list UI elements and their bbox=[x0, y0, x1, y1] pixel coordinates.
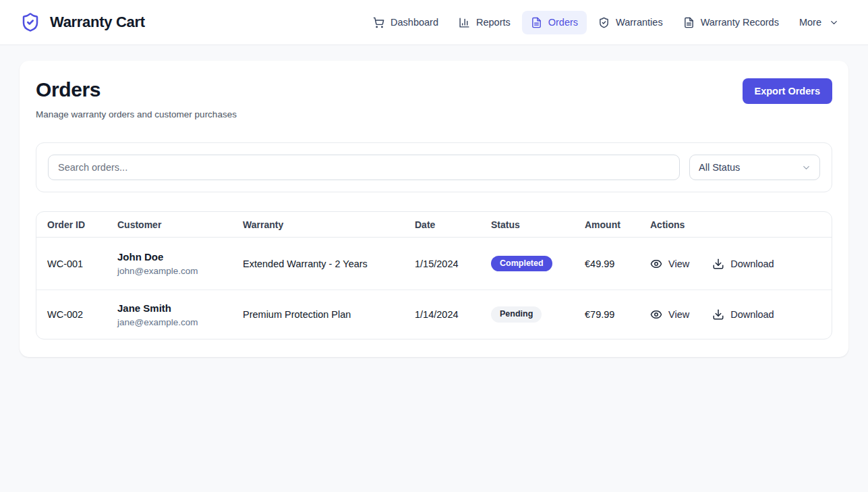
export-orders-button[interactable]: Export Orders bbox=[743, 78, 833, 104]
status-badge: Pending bbox=[491, 306, 542, 323]
shield-check-icon bbox=[598, 17, 610, 28]
main-content: Orders Manage warranty orders and custom… bbox=[0, 45, 868, 373]
chevron-down-icon bbox=[801, 163, 811, 173]
customer-email: john@example.com bbox=[117, 266, 243, 276]
top-navbar: Warranty Cart Dashboard Reports bbox=[0, 0, 868, 45]
column-header-order-id: Order ID bbox=[47, 219, 117, 230]
nav-label: More bbox=[799, 17, 821, 28]
nav-item-warranties[interactable]: Warranties bbox=[589, 11, 672, 34]
nav-item-orders[interactable]: Orders bbox=[522, 11, 587, 34]
status-cell: Completed bbox=[491, 256, 585, 272]
column-header-customer: Customer bbox=[117, 219, 243, 230]
status-badge: Completed bbox=[491, 256, 552, 272]
search-input[interactable] bbox=[48, 155, 680, 180]
brand[interactable]: Warranty Cart bbox=[20, 12, 145, 32]
actions-cell: View Download bbox=[650, 258, 821, 270]
orders-card: Orders Manage warranty orders and custom… bbox=[20, 61, 848, 357]
warranty-cell: Extended Warranty - 2 Years bbox=[243, 258, 415, 269]
view-label: View bbox=[668, 309, 689, 320]
nav-item-warranty-records[interactable]: Warranty Records bbox=[674, 11, 788, 34]
shield-check-icon bbox=[20, 12, 40, 32]
column-header-amount: Amount bbox=[585, 219, 650, 230]
download-icon bbox=[712, 258, 724, 270]
download-label: Download bbox=[730, 258, 774, 269]
nav-label: Reports bbox=[476, 17, 511, 28]
main-nav: Dashboard Reports Orders bbox=[364, 11, 848, 34]
actions-cell: View Download bbox=[650, 308, 821, 321]
customer-cell: Jane Smith jane@example.com bbox=[117, 302, 243, 327]
amount-cell: €49.99 bbox=[585, 258, 650, 269]
order-id-cell: WC-002 bbox=[47, 309, 117, 320]
page-title-block: Orders Manage warranty orders and custom… bbox=[36, 78, 237, 119]
nav-label: Orders bbox=[548, 17, 578, 28]
order-id-cell: WC-001 bbox=[47, 258, 117, 269]
nav-item-more[interactable]: More bbox=[790, 11, 848, 34]
view-label: View bbox=[668, 258, 689, 269]
table-header-row: Order ID Customer Warranty Date Status A… bbox=[36, 212, 832, 238]
download-icon bbox=[712, 308, 724, 321]
filters-bar: All Status bbox=[36, 142, 832, 192]
shopping-cart-icon bbox=[373, 17, 384, 28]
status-cell: Pending bbox=[491, 306, 585, 323]
warranty-cell: Premium Protection Plan bbox=[243, 309, 415, 320]
download-button[interactable]: Download bbox=[712, 308, 774, 321]
page-subtitle: Manage warranty orders and customer purc… bbox=[36, 109, 237, 119]
file-text-icon bbox=[683, 17, 695, 28]
date-cell: 1/14/2024 bbox=[415, 309, 491, 320]
page-title: Orders bbox=[36, 78, 237, 101]
column-header-date: Date bbox=[415, 219, 491, 230]
table-row: WC-002 Jane Smith jane@example.com Premi… bbox=[36, 290, 832, 339]
column-header-warranty: Warranty bbox=[243, 219, 415, 230]
eye-icon bbox=[650, 308, 662, 321]
status-filter-value: All Status bbox=[699, 162, 740, 173]
column-header-status: Status bbox=[491, 219, 585, 230]
view-button[interactable]: View bbox=[650, 308, 689, 321]
brand-title: Warranty Cart bbox=[50, 13, 145, 31]
eye-icon bbox=[650, 258, 662, 270]
download-button[interactable]: Download bbox=[712, 258, 774, 270]
column-header-actions: Actions bbox=[650, 219, 821, 230]
date-cell: 1/15/2024 bbox=[415, 258, 491, 269]
file-text-icon bbox=[531, 17, 542, 28]
chevron-down-icon bbox=[829, 18, 839, 28]
table-row: WC-001 John Doe john@example.com Extende… bbox=[36, 238, 832, 290]
customer-email: jane@example.com bbox=[117, 317, 243, 327]
nav-label: Warranties bbox=[616, 17, 663, 28]
customer-cell: John Doe john@example.com bbox=[117, 251, 243, 276]
nav-item-reports[interactable]: Reports bbox=[450, 11, 519, 34]
page-header: Orders Manage warranty orders and custom… bbox=[36, 78, 832, 119]
bar-chart-icon bbox=[459, 17, 470, 28]
view-button[interactable]: View bbox=[650, 258, 689, 270]
nav-label: Warranty Records bbox=[701, 17, 779, 28]
nav-item-dashboard[interactable]: Dashboard bbox=[364, 11, 447, 34]
orders-table: Order ID Customer Warranty Date Status A… bbox=[36, 211, 832, 339]
nav-label: Dashboard bbox=[390, 17, 438, 28]
amount-cell: €79.99 bbox=[585, 309, 650, 320]
customer-name: Jane Smith bbox=[117, 302, 243, 314]
download-label: Download bbox=[730, 309, 774, 320]
status-filter-select[interactable]: All Status bbox=[689, 155, 820, 180]
customer-name: John Doe bbox=[117, 251, 243, 263]
